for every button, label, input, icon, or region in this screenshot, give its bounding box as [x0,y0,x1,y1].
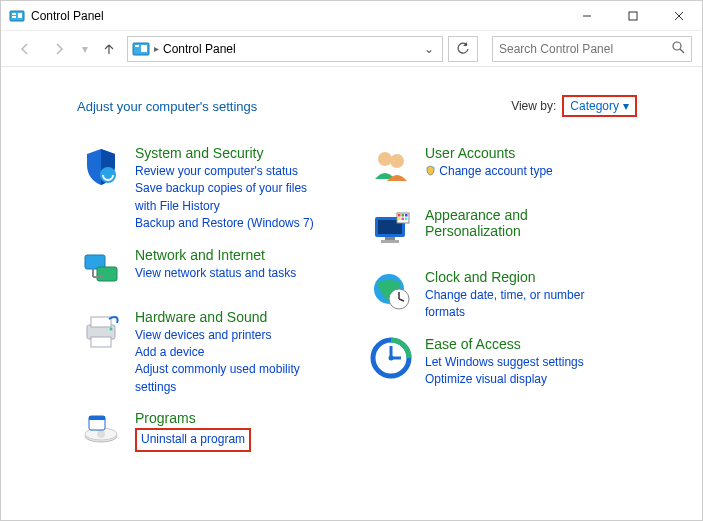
address-location[interactable]: Control Panel [163,42,236,56]
refresh-button[interactable] [448,36,478,62]
view-by-value: Category [570,99,619,113]
category-link[interactable]: Add a device [135,344,327,361]
search-icon[interactable] [672,41,685,57]
clock-icon[interactable] [367,269,415,317]
category-title[interactable]: Network and Internet [135,247,296,263]
category-link[interactable]: Change date, time, or number formats [425,287,617,322]
svg-rect-32 [398,214,401,217]
svg-rect-36 [402,218,405,221]
network-icon[interactable] [77,247,125,295]
category-network: Network and Internet View network status… [77,247,327,295]
close-button[interactable] [656,1,702,31]
category-title[interactable]: System and Security [135,145,327,161]
category-user-accounts: User Accounts Change account type [367,145,617,193]
category-system-security: System and Security Review your computer… [77,145,327,233]
window-controls [564,1,702,31]
svg-point-28 [390,154,404,168]
forward-button[interactable] [45,35,73,63]
svg-point-47 [389,355,394,360]
content-area: Adjust your computer's settings View by:… [1,67,702,472]
svg-rect-9 [135,45,139,47]
right-column: User Accounts Change account type Appear… [367,145,617,472]
category-link[interactable]: Change account type [425,163,553,180]
left-column: System and Security Review your computer… [77,145,327,472]
category-clock-region: Clock and Region Change date, time, or n… [367,269,617,322]
printer-icon[interactable] [77,309,125,357]
programs-icon[interactable] [77,410,125,458]
search-box[interactable] [492,36,692,62]
svg-line-12 [680,49,684,53]
user-accounts-icon[interactable] [367,145,415,193]
svg-point-21 [110,327,113,330]
svg-rect-1 [12,13,16,15]
category-columns: System and Security Review your computer… [77,145,702,472]
ease-of-access-icon[interactable] [367,336,415,384]
category-title[interactable]: User Accounts [425,145,553,161]
category-title[interactable]: Ease of Access [425,336,584,352]
category-link[interactable]: Adjust commonly used mobility settings [135,361,327,396]
titlebar: Control Panel [1,1,702,31]
svg-rect-34 [405,214,408,217]
category-link-uninstall[interactable]: Uninstall a program [141,432,245,446]
view-by-dropdown[interactable]: Category ▾ [562,95,637,117]
navbar: ▾ ▸ Control Panel ⌄ [1,31,702,67]
svg-rect-19 [91,317,111,327]
category-link[interactable]: Let Windows suggest settings [425,354,584,371]
window-title: Control Panel [31,9,564,23]
category-title[interactable]: Appearance and Personalization [425,207,617,239]
svg-rect-37 [405,218,408,221]
control-panel-icon [9,8,25,24]
back-button[interactable] [11,35,39,63]
address-bar[interactable]: ▸ Control Panel ⌄ [127,36,443,62]
category-link[interactable]: View network status and tasks [135,265,296,282]
svg-rect-3 [18,13,22,18]
svg-rect-20 [91,337,111,347]
category-programs: Programs Uninstall a program [77,410,327,458]
svg-rect-2 [12,16,16,18]
category-link[interactable]: Backup and Restore (Windows 7) [135,215,327,232]
address-dropdown-icon[interactable]: ⌄ [420,42,438,56]
view-by-control: View by: Category ▾ [511,95,637,117]
svg-rect-26 [89,416,105,420]
svg-point-11 [673,42,681,50]
recent-dropdown-icon[interactable]: ▾ [79,35,91,63]
uac-shield-icon [425,165,436,176]
control-panel-icon [132,42,150,56]
category-hardware: Hardware and Sound View devices and prin… [77,309,327,397]
svg-rect-33 [402,214,405,217]
category-title[interactable]: Hardware and Sound [135,309,327,325]
chevron-right-icon[interactable]: ▸ [154,43,159,54]
category-title[interactable]: Programs [135,410,251,426]
view-by-label: View by: [511,99,556,113]
svg-rect-39 [381,240,399,243]
category-link[interactable]: View devices and printers [135,327,327,344]
content-header: Adjust your computer's settings View by:… [77,95,637,117]
up-button[interactable] [97,37,121,61]
minimize-button[interactable] [564,1,610,31]
category-title[interactable]: Clock and Region [425,269,617,285]
search-input[interactable] [499,42,672,56]
svg-rect-10 [141,45,147,52]
shield-icon[interactable] [77,145,125,193]
category-link[interactable]: Save backup copies of your files with Fi… [135,180,327,215]
svg-rect-38 [385,237,395,240]
appearance-icon[interactable] [367,207,415,255]
page-heading: Adjust your computer's settings [77,99,257,114]
svg-rect-35 [398,218,401,221]
chevron-down-icon: ▾ [623,99,629,113]
highlighted-link: Uninstall a program [135,428,251,451]
svg-rect-15 [97,267,117,281]
category-link[interactable]: Optimize visual display [425,371,584,388]
svg-point-27 [378,152,392,166]
category-ease-of-access: Ease of Access Let Windows suggest setti… [367,336,617,389]
category-appearance: Appearance and Personalization [367,207,617,255]
category-link[interactable]: Review your computer's status [135,163,327,180]
svg-rect-5 [629,12,637,20]
svg-point-24 [97,430,105,438]
maximize-button[interactable] [610,1,656,31]
